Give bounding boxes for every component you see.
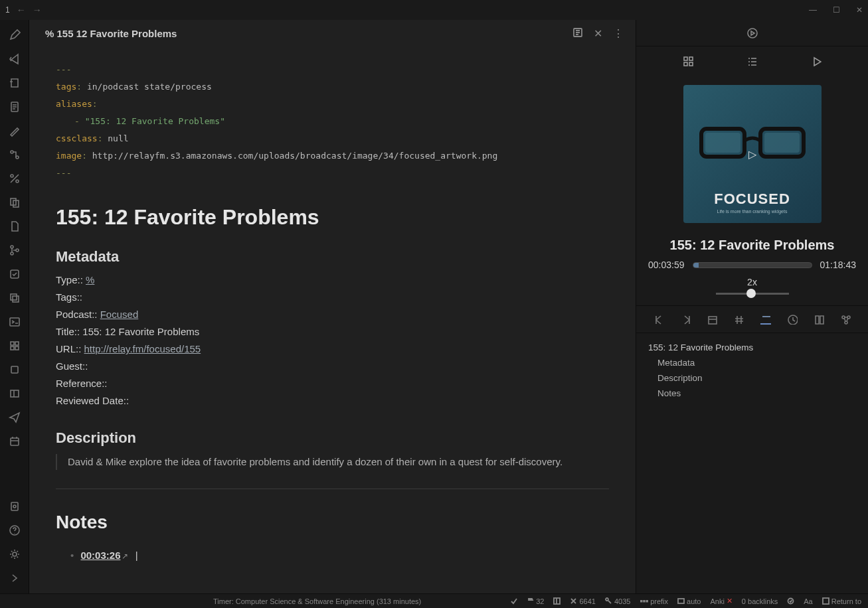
svg-rect-44 bbox=[823, 598, 829, 604]
window-maximize-icon[interactable]: ☐ bbox=[833, 5, 840, 15]
close-tab-icon[interactable]: ✕ bbox=[594, 27, 602, 40]
grid-icon[interactable] bbox=[9, 340, 21, 352]
svg-rect-21 bbox=[11, 502, 18, 510]
play-triangle-icon[interactable] bbox=[811, 56, 822, 66]
timestamp-link[interactable]: 00:03:26 bbox=[80, 550, 120, 561]
help-icon[interactable] bbox=[9, 524, 21, 536]
svg-point-24 bbox=[13, 552, 17, 556]
bullet-icon: • bbox=[70, 550, 74, 561]
clock-icon[interactable] bbox=[787, 314, 798, 325]
outline-h1[interactable]: 155: 12 Favorite Problems bbox=[648, 342, 856, 352]
podcast-link[interactable]: Focused bbox=[100, 309, 139, 320]
settings-icon[interactable] bbox=[9, 548, 21, 560]
nav-forward-icon[interactable]: → bbox=[33, 5, 42, 15]
list-view-icon[interactable] bbox=[746, 56, 757, 66]
svg-point-1 bbox=[11, 151, 13, 153]
status-auto[interactable]: auto bbox=[677, 597, 701, 605]
skip-forward-icon[interactable] bbox=[680, 314, 691, 325]
outline-description[interactable]: Description bbox=[648, 373, 856, 383]
external-link-icon: ↗ bbox=[122, 550, 128, 563]
skip-back-icon[interactable] bbox=[653, 314, 664, 325]
open-file-icon[interactable] bbox=[9, 77, 21, 89]
podcast-cover[interactable]: ▷ FOCUSED Life is more than cranking wid… bbox=[683, 85, 822, 223]
square-icon[interactable] bbox=[9, 364, 21, 376]
cursor-caret: | bbox=[135, 550, 138, 561]
notes-heading: Notes bbox=[56, 508, 609, 538]
svg-point-3 bbox=[11, 175, 13, 177]
status-timer[interactable]: Timer: Computer Science & Software Engin… bbox=[7, 597, 501, 605]
check-square-icon[interactable] bbox=[9, 268, 21, 280]
meta-type: Type:: % bbox=[56, 272, 609, 288]
grid-view-icon[interactable] bbox=[683, 56, 693, 66]
speed-label: 2x bbox=[636, 277, 868, 287]
svg-rect-14 bbox=[11, 342, 14, 345]
send-icon[interactable] bbox=[9, 412, 21, 423]
reading-mode-icon[interactable] bbox=[572, 27, 583, 38]
page-title: % 155 12 Favorite Problems bbox=[45, 28, 177, 39]
status-words[interactable]: 6641 bbox=[570, 597, 595, 605]
type-link[interactable]: % bbox=[86, 274, 94, 285]
nav-back-icon[interactable]: ← bbox=[17, 5, 26, 15]
svg-point-4 bbox=[16, 180, 19, 183]
status-files[interactable]: 32 bbox=[527, 597, 544, 605]
svg-rect-17 bbox=[15, 346, 19, 350]
outline-notes[interactable]: Notes bbox=[648, 388, 856, 398]
progress-bar[interactable] bbox=[693, 262, 812, 268]
status-backlinks[interactable]: 0 backlinks bbox=[742, 597, 778, 605]
stack-icon[interactable] bbox=[9, 292, 21, 304]
svg-rect-29 bbox=[684, 62, 687, 66]
meta-title: Title:: 155: 12 Favorite Problems bbox=[56, 324, 609, 340]
meta-reference: Reference:: bbox=[56, 376, 609, 392]
svg-point-41 bbox=[606, 598, 608, 601]
meta-guest: Guest:: bbox=[56, 358, 609, 374]
copy-icon[interactable] bbox=[9, 196, 21, 208]
svg-point-8 bbox=[11, 252, 13, 255]
pen-icon[interactable] bbox=[9, 29, 21, 41]
vault-icon[interactable] bbox=[9, 500, 21, 512]
collapse-icon[interactable] bbox=[9, 572, 21, 584]
book-icon[interactable] bbox=[814, 314, 824, 325]
left-ribbon bbox=[0, 20, 29, 593]
svg-rect-28 bbox=[689, 57, 693, 60]
status-chars[interactable]: 4035 bbox=[605, 597, 630, 605]
doc-h1: 155: 12 Favorite Problems bbox=[56, 200, 609, 234]
cover-play-icon[interactable]: ▷ bbox=[748, 148, 756, 161]
status-panel-icon[interactable] bbox=[553, 597, 561, 605]
tab-header: % 155 12 Favorite Problems ✕ ⋮ bbox=[29, 20, 636, 46]
percent-icon[interactable] bbox=[9, 173, 21, 185]
status-anki[interactable]: Anki ✕ bbox=[710, 597, 732, 605]
svg-rect-12 bbox=[13, 296, 19, 302]
branch-icon[interactable] bbox=[9, 244, 21, 256]
calendar-icon[interactable] bbox=[9, 435, 21, 447]
hash-icon[interactable] bbox=[733, 314, 744, 325]
right-sidebar: ▷ FOCUSED Life is more than cranking wid… bbox=[636, 20, 868, 593]
svg-point-22 bbox=[13, 505, 16, 508]
status-aa[interactable]: Aa bbox=[804, 597, 812, 605]
status-return[interactable]: Return to bbox=[822, 597, 861, 605]
document-icon[interactable] bbox=[9, 101, 21, 113]
window-minimize-icon[interactable]: — bbox=[809, 5, 817, 15]
status-prefix[interactable]: ■■■ prefix bbox=[640, 597, 668, 605]
outline-icon[interactable] bbox=[760, 314, 771, 325]
pencil-icon[interactable] bbox=[9, 125, 21, 137]
tab-menu-icon[interactable]: ⋮ bbox=[613, 27, 624, 40]
status-bar: Timer: Computer Science & Software Engin… bbox=[0, 593, 868, 608]
panel-icon[interactable] bbox=[9, 388, 21, 400]
url-link[interactable]: http://relay.fm/focused/155 bbox=[84, 343, 201, 354]
date-icon[interactable] bbox=[707, 314, 717, 325]
play-circle-icon[interactable] bbox=[746, 27, 758, 39]
vscode-icon[interactable] bbox=[9, 53, 21, 65]
description-heading: Description bbox=[56, 426, 609, 449]
svg-rect-19 bbox=[11, 390, 19, 397]
page-icon[interactable] bbox=[9, 220, 21, 232]
outline-metadata[interactable]: Metadata bbox=[648, 358, 856, 368]
status-sync-icon[interactable] bbox=[787, 597, 794, 605]
speed-slider[interactable] bbox=[636, 293, 868, 295]
graph-icon[interactable] bbox=[840, 314, 851, 325]
status-check-icon[interactable] bbox=[510, 597, 517, 605]
editor-body[interactable]: --- tags: in/podcast state/process alias… bbox=[29, 46, 636, 593]
terminal-icon[interactable] bbox=[9, 316, 21, 328]
workflow-icon[interactable] bbox=[9, 149, 21, 161]
elapsed-time: 00:03:59 bbox=[648, 260, 685, 270]
window-close-icon[interactable]: ✕ bbox=[856, 5, 863, 15]
